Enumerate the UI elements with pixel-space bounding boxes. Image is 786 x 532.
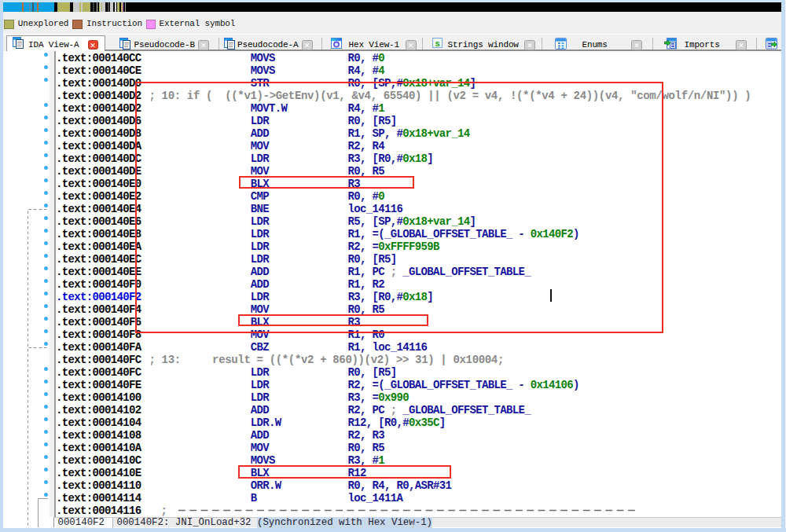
svg-text:s: s xyxy=(435,39,439,48)
